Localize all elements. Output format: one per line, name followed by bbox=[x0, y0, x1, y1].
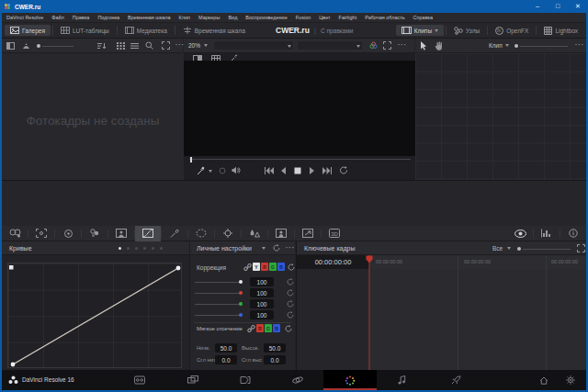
panel-toggle-icon[interactable] bbox=[6, 42, 15, 50]
clip-filter-select[interactable]: Клип bbox=[489, 42, 503, 49]
menu-help[interactable]: Справка bbox=[413, 15, 434, 20]
viewer-dropdown-2[interactable] bbox=[297, 40, 363, 50]
clip-more-button[interactable]: ··· bbox=[575, 41, 584, 48]
tool-tracker[interactable] bbox=[55, 226, 81, 241]
menu-view[interactable]: Вид bbox=[228, 15, 237, 20]
tool-color-match[interactable] bbox=[82, 226, 107, 241]
page-fairlight-icon[interactable] bbox=[396, 375, 409, 386]
keyframes-filter-select[interactable]: Все bbox=[492, 245, 503, 252]
curve-canvas[interactable] bbox=[7, 263, 182, 368]
list-view-icon[interactable] bbox=[130, 42, 139, 50]
slider-b-reset[interactable] bbox=[287, 311, 294, 319]
slider-r-value[interactable]: 100 bbox=[250, 288, 274, 297]
home-icon[interactable] bbox=[537, 375, 550, 386]
slider-r-reset[interactable] bbox=[287, 289, 294, 297]
low-value[interactable]: 50.0 bbox=[215, 343, 237, 353]
menu-file[interactable]: Файл bbox=[51, 15, 64, 20]
viewer-more-button[interactable]: ··· bbox=[398, 41, 407, 48]
tool-curves[interactable] bbox=[135, 226, 161, 241]
grab-still-dropdown[interactable] bbox=[209, 170, 212, 173]
menu-timeline[interactable]: Временная шкала bbox=[128, 15, 171, 20]
minimize-button[interactable]: – bbox=[527, 0, 548, 13]
slider-y-reset[interactable] bbox=[287, 278, 294, 286]
menu-fusion[interactable]: Fusion bbox=[296, 15, 311, 20]
menu-trim[interactable]: Подгонка bbox=[97, 15, 119, 20]
clip-thumbnails-panel[interactable] bbox=[415, 53, 586, 180]
page-deliver-icon[interactable] bbox=[449, 375, 462, 386]
soft-channel-b-button[interactable]: B bbox=[273, 324, 280, 332]
channel-b-button[interactable]: B bbox=[277, 263, 285, 271]
keyframes-zoom-slider[interactable] bbox=[517, 247, 521, 251]
expand-icon[interactable] bbox=[162, 41, 170, 50]
menu-edit[interactable]: Правка bbox=[73, 15, 90, 20]
audio-mute-icon[interactable] bbox=[232, 166, 241, 174]
tool-key[interactable] bbox=[268, 226, 294, 241]
soft-clip-link-icon[interactable] bbox=[247, 325, 255, 333]
hand-tool-icon[interactable] bbox=[435, 41, 443, 50]
openfx-button[interactable]: fx OpenFX bbox=[490, 25, 534, 37]
soft-channel-r-button[interactable]: R bbox=[256, 324, 264, 332]
menu-workspace[interactable]: Рабочая область bbox=[365, 15, 404, 20]
page-media-icon[interactable] bbox=[133, 375, 146, 386]
viewer-dropdown-1[interactable] bbox=[213, 40, 294, 50]
viewer-canvas[interactable] bbox=[184, 61, 415, 156]
page-cut-icon[interactable] bbox=[187, 375, 199, 386]
tool-resize[interactable] bbox=[295, 226, 321, 241]
tool-stills[interactable] bbox=[108, 226, 134, 241]
clip-zoom-slider[interactable] bbox=[514, 44, 518, 48]
step-back-icon[interactable] bbox=[280, 167, 287, 174]
keyframes-playhead[interactable] bbox=[366, 255, 373, 263]
gallery-zoom-slider[interactable] bbox=[37, 44, 40, 48]
menu-playback[interactable]: Воспроизведение bbox=[245, 15, 287, 20]
stop-icon[interactable] bbox=[294, 167, 301, 174]
tool-power-window[interactable] bbox=[188, 226, 214, 241]
slider-r-knob[interactable] bbox=[239, 291, 243, 295]
high-value[interactable]: 50.0 bbox=[264, 343, 286, 353]
play-icon[interactable] bbox=[309, 167, 315, 174]
slider-g-reset[interactable] bbox=[287, 300, 294, 308]
grab-still-icon[interactable] bbox=[197, 166, 205, 175]
skip-forward-icon[interactable] bbox=[322, 167, 332, 174]
skip-back-icon[interactable] bbox=[265, 167, 274, 174]
slider-y-knob[interactable] bbox=[239, 280, 243, 284]
keyframes-track-area[interactable] bbox=[369, 269, 587, 370]
correction-reset-icon[interactable] bbox=[288, 263, 295, 271]
grid-view-icon[interactable] bbox=[117, 42, 125, 50]
nodes-button[interactable]: Узлы bbox=[448, 25, 485, 37]
soft-clip-reset-icon[interactable] bbox=[285, 325, 292, 332]
viewer-zoom-select[interactable]: 20% bbox=[188, 42, 200, 49]
search-icon[interactable] bbox=[145, 41, 153, 50]
info-icon[interactable] bbox=[560, 226, 586, 241]
page-color-icon[interactable] bbox=[344, 375, 356, 386]
cursor-icon[interactable] bbox=[420, 41, 427, 50]
tool-sizing[interactable] bbox=[28, 226, 54, 241]
lut-button[interactable]: LUT-таблицы bbox=[55, 25, 115, 36]
adjustments-title[interactable]: Личные настройки bbox=[197, 245, 252, 252]
tool-stereo-3d[interactable]: 3D bbox=[322, 226, 347, 241]
timeline-button[interactable]: Временная шкала bbox=[177, 25, 251, 36]
highlight-mode-icon[interactable] bbox=[507, 226, 533, 241]
clips-button[interactable]: Клипы bbox=[396, 25, 444, 36]
keyframes-expand-icon[interactable] bbox=[577, 244, 585, 252]
viewer-scrubber[interactable] bbox=[189, 158, 411, 161]
slider-g-knob[interactable] bbox=[239, 302, 243, 306]
menu-fairlight[interactable]: Fairlight bbox=[339, 15, 357, 20]
high-soft-value[interactable]: 0.0 bbox=[264, 355, 286, 364]
adjustments-reset-icon[interactable] bbox=[273, 244, 280, 252]
channel-y-button[interactable]: Y bbox=[253, 263, 260, 271]
soft-channel-g-button[interactable]: G bbox=[265, 324, 272, 332]
loop-icon[interactable] bbox=[339, 166, 348, 174]
menu-clip[interactable]: Клип bbox=[179, 15, 190, 20]
low-soft-value[interactable]: 0.0 bbox=[215, 355, 237, 364]
media-pool-button[interactable]: Медиатека bbox=[119, 25, 173, 36]
still-album-icon[interactable] bbox=[22, 42, 30, 50]
viewer-expand-icon[interactable] bbox=[383, 41, 391, 50]
gallery-button[interactable]: Галерея bbox=[5, 25, 51, 36]
timeline-strip[interactable] bbox=[2, 180, 586, 226]
channel-g-button[interactable]: G bbox=[269, 263, 277, 271]
viewer-playhead[interactable] bbox=[190, 157, 192, 162]
slider-y-value[interactable]: 100 bbox=[250, 277, 274, 286]
tool-qualifier[interactable] bbox=[162, 226, 187, 241]
slider-g-value[interactable]: 100 bbox=[250, 299, 274, 308]
color-boost-icon[interactable] bbox=[369, 41, 378, 50]
